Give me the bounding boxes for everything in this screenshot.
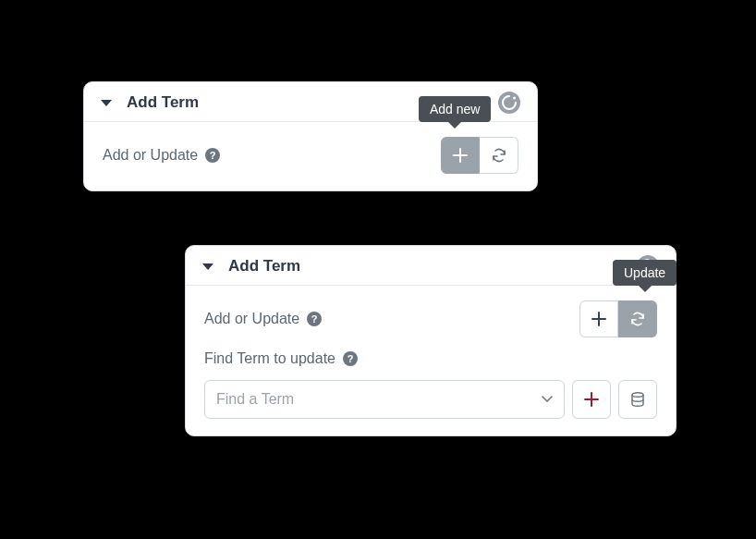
find-term-select[interactable]: Find a Term	[204, 380, 565, 419]
update-button[interactable]	[480, 137, 518, 174]
find-term-label: Find Term to update ?	[204, 350, 657, 367]
label-text: Add or Update	[204, 311, 299, 327]
card-body: Add or Update ? Add new	[84, 122, 537, 190]
find-term-select-row: Find a Term	[204, 380, 657, 419]
find-term-label-row: Find Term to update ?	[204, 350, 657, 367]
add-new-button[interactable]	[579, 300, 618, 337]
add-term-card-update: Add Term Add or Update ? Update	[185, 245, 677, 436]
select-placeholder: Find a Term	[216, 391, 294, 408]
add-term-button[interactable]	[572, 380, 611, 419]
card-title: Add Term	[228, 257, 300, 276]
card-header: Add Term	[186, 246, 676, 286]
add-update-toggle: Add new	[441, 137, 518, 174]
find-term-controls: Find a Term	[204, 380, 657, 419]
add-or-update-label: Add or Update ?	[103, 147, 441, 164]
svg-point-4	[632, 393, 643, 398]
chevron-down-icon[interactable]	[202, 263, 213, 270]
database-button[interactable]	[618, 380, 657, 419]
help-icon[interactable]: ?	[205, 148, 220, 163]
update-button[interactable]	[618, 300, 657, 337]
chevron-down-icon	[542, 396, 553, 403]
label-text: Add or Update	[103, 147, 198, 164]
help-icon[interactable]: ?	[343, 351, 358, 366]
svg-point-0	[498, 92, 520, 114]
brand-badge-icon	[498, 92, 520, 114]
add-update-toggle: Update	[579, 300, 657, 337]
tooltip-update: Update	[613, 260, 677, 286]
chevron-down-icon[interactable]	[101, 100, 112, 106]
add-term-card-add: Add Term Add or Update ? Add new	[83, 81, 538, 191]
tooltip-add-new: Add new	[419, 96, 491, 122]
card-title: Add Term	[127, 93, 199, 112]
add-or-update-row: Add or Update ? Update	[204, 300, 657, 337]
svg-point-1	[513, 97, 516, 100]
add-or-update-label: Add or Update ?	[204, 311, 579, 327]
card-body: Add or Update ? Update	[186, 286, 676, 435]
help-icon[interactable]: ?	[307, 312, 322, 326]
add-new-button[interactable]	[441, 137, 480, 174]
label-text: Find Term to update	[204, 350, 335, 367]
add-or-update-row: Add or Update ? Add new	[103, 137, 518, 174]
